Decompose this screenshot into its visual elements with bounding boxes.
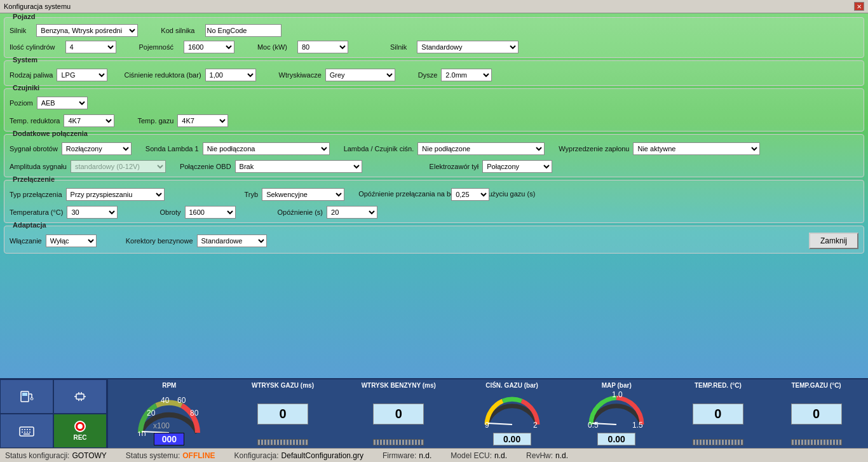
silnik2-label: Silnik [390, 43, 407, 51]
poziom-select[interactable]: AEB [37, 97, 88, 109]
wlaczanie-select[interactable]: Wyłąc [46, 234, 97, 247]
svg-text:80: 80 [190, 409, 199, 418]
svg-rect-4 [31, 398, 33, 400]
svg-text:40: 40 [161, 396, 170, 405]
svg-text:2: 2 [533, 421, 538, 428]
obroty-select[interactable]: 1600 [185, 206, 236, 219]
svg-text:9: 9 [485, 421, 489, 428]
temp-red-bar [693, 439, 743, 445]
rodzaj-paliwa-label: Rodzaj paliwa [10, 71, 53, 79]
wtrysk-benzyny-bar [373, 439, 424, 445]
temp-reduktora-select[interactable]: 4K7 [64, 114, 114, 127]
cisn-gazu-title: CIŚN. GAZU (bar) [485, 382, 538, 389]
model-ecu-label: Model ECU: [451, 451, 492, 460]
silnik2-select[interactable]: Standardowy [417, 41, 519, 53]
opoznienie-select[interactable]: 0,25 [451, 188, 489, 201]
temp-gazu-toolbar-bar [791, 439, 842, 445]
close-button[interactable]: ✕ [854, 2, 864, 11]
sonda-select[interactable]: Nie podłączona [203, 142, 330, 155]
korektory-label: Korektory benzynowe [126, 237, 193, 245]
rec-button[interactable]: REC [53, 414, 107, 448]
status-konfiguracji-label: Status konfiguracji: [5, 451, 69, 460]
map-box: MAP (bar) 0.5 1.5 1.0 0.00 [588, 382, 645, 445]
silnik-select[interactable]: Benzyna, Wtrysk pośredni [36, 24, 138, 37]
engine-button[interactable] [53, 379, 107, 414]
tryb-label: Tryb [245, 191, 259, 198]
amplituda-select[interactable]: standardowy (0-12V) [71, 160, 166, 173]
moc-select[interactable]: 80 [297, 41, 348, 53]
kod-silnika-label: Kod silnika [161, 27, 194, 34]
elektrozawor-select[interactable]: Połączony [482, 160, 552, 173]
config-area: Pojazd Silnik Benzyna, Wtrysk pośredni K… [0, 13, 868, 378]
rec-label: REC [73, 434, 86, 441]
rpm-value: 000 [154, 433, 184, 445]
temp-gazu-toolbar-value: 0 [791, 404, 842, 425]
lambda-select[interactable]: Nie podłączone [417, 142, 545, 155]
polaczenie-obd-select[interactable]: Brak [235, 160, 362, 173]
rpm-container: 10 20 40 60 80 x100 000 [134, 391, 204, 445]
keyboard-button[interactable] [0, 414, 53, 448]
czujniki-row2: Temp. reduktora 4K7 Temp. gazu 4K7 [10, 114, 858, 127]
sygnal-label: Sygnał obrotów [10, 145, 58, 153]
wtrysk-gazu-bar [257, 439, 308, 445]
lambda-label: Lambda / Czujnik ciśn. [344, 145, 414, 153]
opoznienie2-select[interactable]: 20 [327, 206, 377, 219]
pojazd-row2: Ilość cylindrów 4 Pojemność 1600 Moc (kW… [10, 41, 858, 53]
wyprzedzenie-label: Wyprzedzenie zapłonu [559, 145, 629, 153]
section-adaptacja: Adaptacja Włączanie Wyłąc Korektory benz… [4, 226, 864, 254]
dodatkowe-row2: Amplituda sygnału standardowy (0-12V) Po… [10, 160, 858, 173]
temp-red-box: TEMP.RED. (°C) 0 [693, 382, 743, 445]
wtrysk-benzyny-value: 0 [373, 404, 424, 425]
tryb-select[interactable]: Sekwencyjne [262, 188, 344, 201]
firmware-item: Firmware: n.d. [383, 451, 431, 460]
window-title: Konfiguracja systemu [4, 3, 71, 10]
temp-red-title: TEMP.RED. (°C) [695, 382, 742, 389]
kod-silnika-input[interactable] [205, 24, 281, 37]
svg-text:x100: x100 [153, 421, 170, 430]
dysze-label: Dysze [418, 71, 438, 79]
korektory-select[interactable]: Standardowe [197, 234, 267, 247]
status-systemu: Status systemu: OFFLINE [126, 451, 215, 460]
section-system: System Rodzaj paliwa LPG Ciśnienie reduk… [4, 60, 864, 86]
section-title-system: System [11, 56, 39, 64]
temp-gazu-box: TEMP.GAZU (°C) 0 [791, 382, 842, 445]
rodzaj-paliwa-select[interactable]: LPG [57, 69, 107, 81]
wyprzedzenie-select[interactable]: Nie aktywne [633, 142, 760, 155]
status-systemu-label: Status systemu: [126, 451, 180, 460]
adaptacja-row: Włączanie Wyłąc Korektory benzynowe Stan… [10, 234, 809, 247]
pojemnosc-select[interactable]: 1600 [184, 41, 234, 53]
section-title-pojazd: Pojazd [11, 13, 37, 20]
status-konfiguracji-value: GOTOWY [72, 451, 106, 460]
cisnienie-select[interactable]: 1,00 [205, 69, 256, 81]
przelaczenie-row2: Temperatura (°C) 30 Obroty 1600 Opóźnien… [10, 206, 858, 219]
fuel-button[interactable] [0, 379, 53, 414]
konfiguracja-label: Konfiguracja: [234, 451, 279, 460]
wtrysk-benzyny-box: WTRYSK BENZYNY (ms) 0 [362, 382, 436, 445]
elektrozawor-label: Elektrozawór tył [430, 163, 479, 170]
svg-rect-12 [20, 427, 34, 436]
svg-text:1.0: 1.0 [612, 390, 623, 399]
temp-reduktora-label: Temp. reduktora [10, 117, 60, 125]
temperatura-select[interactable]: 30 [67, 206, 118, 219]
silnik-label: Silnik [10, 27, 26, 34]
ilosc-cylindrow-label: Ilość cylindrów [10, 43, 55, 51]
wtrysk-gazu-box: WTRYSK GAZU (ms) 0 [252, 382, 314, 445]
svg-text:0.5: 0.5 [588, 421, 599, 428]
svg-text:1.5: 1.5 [632, 421, 643, 428]
sygnal-select[interactable]: Rozłączony [62, 142, 132, 155]
dysze-select[interactable]: 2.0mm [441, 69, 492, 81]
ilosc-cylindrow-select[interactable]: 4 [65, 41, 116, 53]
revhw-value: n.d. [555, 451, 568, 460]
temp-gazu-czujniki-select[interactable]: 4K7 [177, 114, 228, 127]
wtryskiwacze-select[interactable]: Grey [325, 69, 395, 81]
typ-select[interactable]: Przy przyspieszaniu [66, 188, 165, 201]
section-przelaczenie: Przełączenie Typ przełączenia Przy przys… [4, 180, 864, 223]
sonda-label: Sonda Lambda 1 [146, 145, 199, 153]
revhw-label: RevHw: [526, 451, 553, 460]
temperatura-label: Temperatura (°C) [10, 208, 63, 216]
title-bar: Konfiguracja systemu ✕ [0, 0, 868, 13]
model-ecu-item: Model ECU: n.d. [451, 451, 507, 460]
revhw-item: RevHw: n.d. [526, 451, 568, 460]
zamknij-button[interactable]: Zamknij [809, 233, 858, 249]
firmware-label: Firmware: [383, 451, 416, 460]
